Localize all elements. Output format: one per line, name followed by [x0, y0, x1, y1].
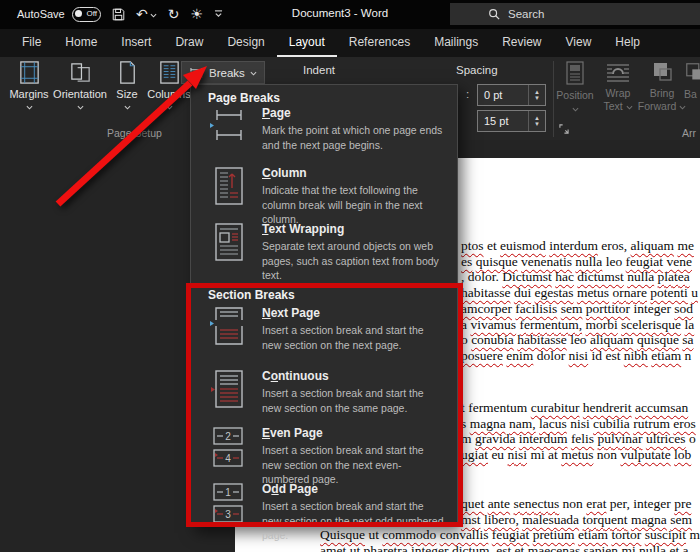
position-icon [564, 61, 586, 87]
menu-item-description: Insert a section break and start the new… [262, 443, 444, 487]
spacing-before-field[interactable]: 0 pt ▲▼ [477, 84, 546, 106]
tab-insert[interactable]: Insert [109, 29, 163, 57]
bring-forward-label-1: Bring [637, 87, 687, 100]
size-icon [115, 60, 140, 85]
document-line: posuere enim dolor nisi id est nibh etia… [461, 348, 691, 364]
menu-item-title: Page [262, 106, 444, 121]
column-break-icon [209, 166, 249, 227]
document-title: Document3 - Word [240, 7, 440, 19]
search-icon [488, 8, 500, 20]
wrap-text-label-1: Wrap [597, 87, 639, 100]
menu-item-title: Column [262, 166, 444, 181]
document-line: , dolor. Dictumst hac dictumst nulla pla… [461, 269, 690, 285]
ribbon-tabs: FileHomeInsertDrawDesignLayoutReferences… [0, 29, 700, 57]
next-page-icon [209, 306, 249, 352]
continuous-icon [209, 369, 249, 415]
redo-icon[interactable]: ↻ [168, 4, 180, 24]
orientation-button[interactable]: Orientation [52, 60, 108, 112]
tab-home[interactable]: Home [53, 29, 109, 57]
indent-label: Indent [303, 64, 335, 76]
save-icon[interactable] [112, 8, 125, 21]
document-line: habitasse dui egestas metus ornare poten… [461, 285, 698, 301]
word-window: AutoSave Off ↶ ↻ ☀ Document3 - Word Sear… [0, 0, 700, 552]
menu-item-page[interactable]: Page Mark the point at which one page en… [209, 106, 447, 152]
menu-item-text-wrapping[interactable]: Text Wrapping Separate text around objec… [209, 222, 447, 283]
brightness-icon[interactable]: ☀ [190, 4, 203, 24]
document-line: amet ut pharetra integer dictum, est et … [320, 543, 689, 552]
wrap-text-icon [605, 61, 631, 85]
svg-text:4: 4 [225, 453, 231, 464]
even-page-icon: 2 4 [209, 426, 249, 487]
menu-item-title: Next Page [262, 306, 444, 321]
bring-forward-button: Bring Forward [637, 61, 687, 112]
tab-mailings[interactable]: Mailings [422, 29, 490, 57]
spacing-after-value: 15 pt [478, 115, 528, 127]
tab-view[interactable]: View [554, 29, 604, 57]
bring-forward-icon [649, 61, 675, 85]
page-break-icon [209, 106, 249, 152]
menu-item-description: Insert a section break and start the new… [262, 499, 444, 543]
menu-item-description: Separate text around objects on web page… [262, 239, 444, 283]
menu-item-title: Even Page [262, 426, 444, 441]
menu-item-continuous[interactable]: Continuous Insert a section break and st… [209, 369, 447, 415]
size-label: Size [108, 88, 146, 100]
tab-draw[interactable]: Draw [163, 29, 215, 57]
document-line: m gravida interdum felis pulvinar ultric… [461, 431, 696, 447]
tab-references[interactable]: References [337, 29, 422, 57]
send-backward-button-partial: Ba [684, 61, 700, 101]
menu-item-description: Indicate that the text following the col… [262, 183, 444, 227]
undo-icon[interactable]: ↶ [136, 4, 157, 24]
position-button: Position [553, 61, 597, 114]
search-placeholder: Search [508, 8, 544, 20]
tab-help[interactable]: Help [603, 29, 652, 57]
menu-item-title: Text Wrapping [262, 222, 444, 237]
send-backward-icon [684, 61, 700, 85]
text-wrapping-icon [209, 222, 249, 283]
menu-item-column[interactable]: Column Indicate that the text following … [209, 166, 447, 227]
margins-label: Margins [6, 88, 52, 100]
menu-item-title: Odd Page [262, 482, 444, 497]
spinner-arrows[interactable]: ▲▼ [528, 111, 545, 131]
spacing-label: Spacing [456, 64, 498, 76]
autosave-toggle[interactable]: Off [72, 7, 101, 22]
margins-button[interactable]: Margins [6, 60, 52, 112]
section-breaks-header: Section Breaks [208, 288, 295, 302]
title-bar: AutoSave Off ↶ ↻ ☀ Document3 - Word Sear… [0, 0, 700, 29]
document-line: ptos et euismod interdum eros, aliquam m… [461, 238, 694, 254]
page-breaks-header: Page Breaks [208, 91, 280, 105]
quick-access-toolbar: ↶ ↻ ☀ [112, 4, 223, 24]
margins-icon [17, 60, 42, 85]
menu-item-description: Insert a section break and start the new… [262, 323, 444, 352]
columns-label: Columns [146, 88, 192, 100]
wrap-text-label-2: Text [603, 100, 622, 112]
page-setup-group-label: Page Setup [107, 127, 162, 139]
odd-page-icon: 1 3 [209, 482, 249, 543]
spacing-before-value: 0 pt [478, 89, 528, 101]
size-button[interactable]: Size [108, 60, 146, 112]
breaks-label: Breaks [209, 67, 245, 79]
bring-forward-label-2: Forward [638, 100, 677, 112]
paragraph-dialog-launcher-icon[interactable] [559, 120, 569, 138]
document-line: ugiat eu nisi mi at metus non vulputate … [461, 447, 691, 463]
more-commands-icon[interactable] [214, 10, 223, 18]
tab-layout[interactable]: Layout [277, 29, 337, 57]
tab-file[interactable]: File [10, 29, 53, 57]
menu-item-even-page[interactable]: 2 4 Even Page Insert a section break and… [209, 426, 447, 487]
menu-item-next-page[interactable]: Next Page Insert a section break and sta… [209, 306, 447, 352]
spacing-after-field[interactable]: 15 pt ▲▼ [477, 110, 546, 132]
autosave-label: AutoSave [17, 8, 65, 20]
wrap-text-button: Wrap Text [597, 61, 639, 112]
spinner-arrows[interactable]: ▲▼ [528, 85, 545, 105]
orientation-icon [68, 60, 93, 85]
breaks-button[interactable]: Breaks [181, 61, 265, 84]
tab-review[interactable]: Review [490, 29, 553, 57]
breaks-icon [189, 67, 204, 79]
tab-design[interactable]: Design [215, 29, 276, 57]
toggle-state: Off [86, 9, 97, 18]
document-line: mst libero, malesuada torquent magna sem [461, 512, 692, 528]
menu-item-odd-page[interactable]: 1 3 Odd Page Insert a section break and … [209, 482, 447, 543]
document-line: s magna nam, lacus nisi cubilia rutrum e… [461, 416, 696, 432]
arrange-group-label-partial: Arr [682, 127, 696, 139]
search-input[interactable]: Search [450, 3, 700, 25]
document-line: amcorper facilisis sem porttitor integer… [461, 301, 693, 317]
